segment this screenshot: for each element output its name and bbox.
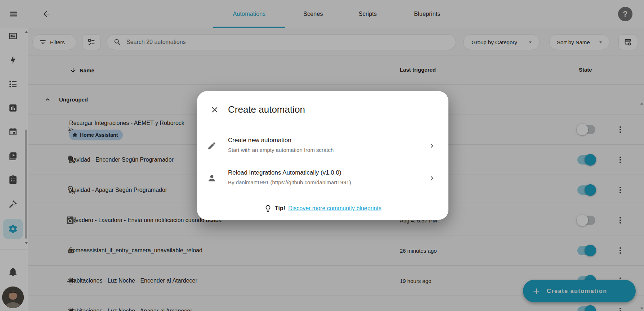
option-create-new-automation[interactable]: Create new automation Start with an empt… [197,131,448,161]
dialog-title: Create automation [228,104,305,115]
account-icon [207,173,216,183]
create-automation-dialog: Create automation Create new automation … [197,91,448,220]
option-subtitle: By danimart1991 (https://github.com/dani… [228,179,351,185]
close-icon [210,105,219,114]
tip-label: Tip! [275,205,285,212]
option-title: Create new automation [228,137,291,144]
tip-row: Tip! Discover more community blueprints [197,202,448,215]
chevron-right-icon [428,141,436,150]
option-reload-integrations-blueprint[interactable]: Reload Integrations Automatically (v1.0.… [197,163,448,193]
app-window: Automations Scenes Scripts Blueprints ? [0,0,644,311]
pencil-icon [207,141,216,150]
lightbulb-outline-icon [264,204,272,212]
dialog-close-button[interactable] [209,104,220,115]
option-subtitle: Start with an empty automation from scra… [228,147,334,153]
chevron-right-icon [428,174,436,182]
community-blueprints-link[interactable]: Discover more community blueprints [288,205,381,212]
option-title: Reload Integrations Automatically (v1.0.… [228,169,341,176]
dialog-divider [197,161,448,161]
